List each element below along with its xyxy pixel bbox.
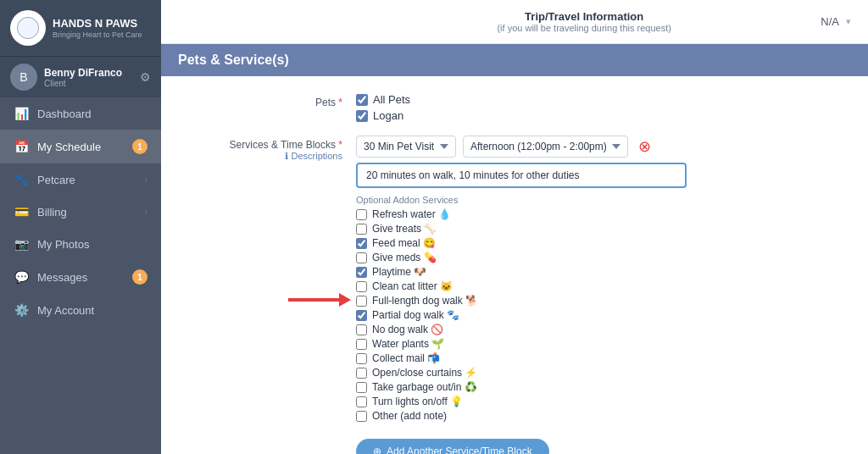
addon-take-garbage[interactable]: Take garbage out/in ♻️ (356, 381, 687, 393)
turn-lights-checkbox[interactable] (356, 396, 367, 407)
addon-turn-lights[interactable]: Turn lights on/off 💡 (356, 396, 687, 407)
addon-label: No dog walk 🚫 (372, 324, 443, 335)
give-treats-checkbox[interactable] (356, 224, 367, 235)
addon-feed-meal[interactable]: Feed meal 😋 (356, 237, 687, 249)
topbar-select[interactable]: N/A ▾ (821, 15, 851, 28)
sidebar-user: B Benny DiFranco Client ⚙ (0, 56, 161, 97)
addon-give-treats[interactable]: Give treats 🦴 (356, 223, 687, 235)
sidebar-item-my-photos[interactable]: 📷 My Photos (0, 228, 161, 260)
sidebar-item-my-schedule[interactable]: 📅 My Schedule 1 (0, 130, 161, 163)
addon-clean-cat-litter[interactable]: Clean cat litter 🐱 (356, 280, 687, 292)
addon-open-close-curtains[interactable]: Open/close curtains ⚡ (356, 367, 687, 379)
addon-no-dog-walk[interactable]: No dog walk 🚫 (356, 324, 687, 335)
sidebar-item-messages[interactable]: 💬 Messages 1 (0, 260, 161, 294)
petcare-icon: 🐾 (14, 173, 29, 186)
no-dog-walk-checkbox[interactable] (356, 324, 367, 335)
avatar: B (10, 64, 37, 91)
form-body: Pets * All Pets Logan Servi (161, 76, 868, 454)
addon-playtime[interactable]: Playtime 🐶 (356, 266, 687, 278)
messages-icon: 💬 (14, 270, 29, 284)
sidebar-item-my-account[interactable]: ⚙️ My Account (0, 294, 161, 326)
water-plants-checkbox[interactable] (356, 339, 367, 350)
topbar-chevron-icon[interactable]: ▾ (846, 16, 851, 27)
refresh-water-checkbox[interactable] (356, 209, 367, 220)
messages-badge: 1 (132, 269, 147, 285)
give-meds-checkbox[interactable] (356, 252, 367, 263)
addon-label: Turn lights on/off 💡 (372, 396, 463, 407)
section-header: Pets & Service(s) (161, 44, 868, 76)
dashboard-icon: 📊 (14, 107, 29, 120)
service-time-select[interactable]: 30 Min Pet Visit 60 Min Pet Visit 45 Min… (356, 136, 456, 158)
sidebar-nav: 📊 Dashboard 📅 My Schedule 1 🐾 Petcare ‹ … (0, 97, 161, 326)
clean-cat-litter-checkbox[interactable] (356, 281, 367, 292)
service-selects: 30 Min Pet Visit 60 Min Pet Visit 45 Min… (356, 136, 628, 158)
all-pets-checkbox-label[interactable]: All Pets (356, 93, 410, 106)
addon-label: Take garbage out/in ♻️ (372, 381, 477, 393)
addon-label: Full-length dog walk 🐕 (372, 295, 478, 307)
gear-icon[interactable]: ⚙ (140, 70, 151, 84)
brand-tagline: Bringing Heart to Pet Care (53, 30, 142, 39)
addon-label: Partial dog walk 🐾 (372, 309, 459, 321)
topbar-value: N/A (821, 15, 839, 28)
content-area: Pets & Service(s) Pets * All Pets Logan (161, 44, 868, 454)
logo-icon: 🐾 (10, 10, 46, 46)
user-role: Client (44, 79, 133, 88)
sidebar-item-label: Petcare (37, 174, 75, 186)
collect-mail-checkbox[interactable] (356, 353, 367, 364)
addon-label: Feed meal 😋 (372, 237, 436, 249)
sidebar-item-dashboard[interactable]: 📊 Dashboard (0, 97, 161, 130)
addon-label: Clean cat litter 🐱 (372, 280, 453, 292)
take-garbage-checkbox[interactable] (356, 382, 367, 393)
topbar: Trip/Travel Information (if you will be … (161, 0, 868, 44)
arrow-indicator (288, 293, 351, 307)
add-block-label: Add Another Service/Time Block (387, 446, 532, 454)
required-indicator: * (338, 139, 342, 151)
required-indicator: * (338, 97, 342, 108)
pets-group: All Pets Logan (356, 93, 410, 122)
playtime-checkbox[interactable] (356, 267, 367, 278)
sidebar-logo: 🐾 HANDS N PAWS Bringing Heart to Pet Car… (0, 0, 161, 56)
logan-label: Logan (373, 109, 403, 122)
addon-label: Other (add note) (372, 410, 447, 422)
topbar-info: Trip/Travel Information (if you will be … (348, 10, 821, 33)
feed-meal-checkbox[interactable] (356, 238, 367, 249)
addon-partial-dog-walk[interactable]: Partial dog walk 🐾 (356, 309, 687, 321)
arrow-head (339, 293, 351, 307)
svg-point-0 (17, 17, 38, 38)
service-period-select[interactable]: Afternoon (12:00pm - 2:00pm) Morning (8:… (463, 136, 628, 158)
open-close-curtains-checkbox[interactable] (356, 368, 367, 379)
account-icon: ⚙️ (14, 303, 29, 317)
sidebar-item-label: Messages (37, 271, 87, 284)
addon-refresh-water[interactable]: Refresh water 💧 (356, 208, 687, 220)
user-name: Benny DiFranco (44, 67, 133, 79)
logo-text: HANDS N PAWS Bringing Heart to Pet Care (53, 17, 142, 39)
schedule-badge: 1 (132, 139, 147, 154)
all-pets-checkbox[interactable] (356, 94, 368, 106)
schedule-icon: 📅 (14, 140, 29, 153)
other-checkbox[interactable] (356, 411, 367, 422)
addon-label: Refresh water 💧 (372, 208, 451, 220)
sidebar-item-label: My Photos (37, 238, 89, 251)
addon-water-plants[interactable]: Water plants 🌱 (356, 338, 687, 350)
descriptions-link[interactable]: ℹ Descriptions (186, 151, 342, 162)
sidebar-item-label: Billing (37, 206, 67, 219)
sidebar-item-petcare[interactable]: 🐾 Petcare ‹ (0, 163, 161, 196)
billing-icon: 💳 (14, 205, 29, 219)
brand-name: HANDS N PAWS (53, 17, 142, 30)
addon-other[interactable]: Other (add note) (356, 410, 687, 422)
sidebar-item-label: Dashboard (37, 108, 92, 120)
avatar-letter: B (19, 70, 27, 84)
sidebar-item-billing[interactable]: 💳 Billing ‹ (0, 196, 161, 228)
photos-icon: 📷 (14, 237, 29, 251)
addon-give-meds[interactable]: Give meds 💊 (356, 252, 687, 263)
logan-checkbox-label[interactable]: Logan (356, 109, 410, 122)
addon-collect-mail[interactable]: Collect mail 📬 (356, 352, 687, 364)
notes-input[interactable]: 20 minutes on walk, 10 minutes for other… (356, 163, 687, 188)
pets-row: Pets * All Pets Logan (186, 93, 843, 122)
addon-full-length-dog-walk[interactable]: Full-length dog walk 🐕 (356, 295, 687, 307)
add-service-block-button[interactable]: ⊕ Add Another Service/Time Block (356, 439, 549, 454)
full-length-dog-walk-checkbox[interactable] (356, 296, 367, 307)
logan-checkbox[interactable] (356, 110, 368, 122)
remove-service-button[interactable]: ⊗ (638, 137, 651, 156)
partial-dog-walk-checkbox[interactable] (356, 310, 367, 321)
